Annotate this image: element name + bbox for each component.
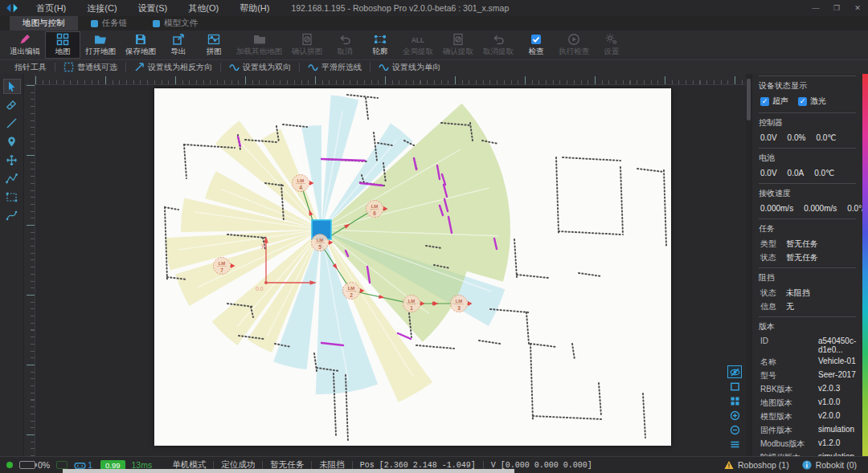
canvas-vertical-scrollbar[interactable] [746, 74, 751, 456]
maximize-button[interactable]: ❐ [826, 0, 847, 16]
info-label: 名称 [760, 357, 818, 368]
battery-percent: 0% [38, 460, 50, 470]
toolbar-button-确认提取[interactable]: 确认提取 [438, 31, 478, 59]
main-area: y0.0LM4LM6LM5LM7LM2LM1LM3 设备状态显示✓超声✓激光控制… [0, 74, 868, 456]
undo-icon [338, 33, 351, 46]
tool-line[interactable] [3, 116, 21, 131]
section-title: 阻挡 [759, 271, 856, 286]
tab-label: 模型文件 [164, 18, 198, 29]
values-row: 0.0V0.0%0.0℃ [759, 131, 856, 145]
info-value: Vehicle-01 [818, 357, 856, 368]
scrollbar-thumb[interactable] [747, 79, 751, 120]
info-value: 未阻挡 [786, 287, 856, 299]
folder-icon [253, 33, 266, 46]
tab-任务链[interactable]: 任务链 [78, 16, 141, 31]
toolbar-button-拼图[interactable]: 拼图 [196, 31, 231, 59]
tab-icon [91, 20, 98, 27]
svg-text:0.0: 0.0 [256, 286, 264, 292]
info-value: v1.0.0 [818, 398, 856, 409]
warning-icon [724, 460, 734, 470]
info-label: 模型版本 [760, 411, 818, 422]
view-eye-off-button[interactable] [727, 365, 742, 378]
map-svg[interactable]: y0.0LM4LM6LM5LM7LM2LM1LM3 [154, 88, 671, 446]
info-row-名称: 名称Vehicle-01 [759, 355, 856, 369]
map-canvas-area[interactable]: y0.0LM4LM6LM5LM7LM2LM1LM3 [24, 74, 751, 456]
tool-rect-select[interactable] [3, 190, 21, 205]
status-Roboshop (1)[interactable]: Roboshop (1) [724, 460, 789, 470]
tab-模型文件[interactable]: 模型文件 [140, 16, 211, 31]
tool-pointer[interactable] [3, 79, 21, 94]
checkbox-激光[interactable]: ✓激光 [798, 96, 826, 107]
toolbar-button-轮廓[interactable]: 轮廓 [362, 31, 398, 59]
checkbox-超声[interactable]: ✓超声 [760, 96, 788, 107]
toolbar-button-全局提取[interactable]: ALL全局提取 [398, 31, 438, 59]
svg-text:6: 6 [373, 210, 376, 216]
toolbar-button-取消[interactable]: 取消 [327, 31, 362, 59]
toolbar-button-加载其他地图[interactable]: 加载其他地图 [231, 31, 287, 59]
line-tool-设置线为单向[interactable]: 设置线为单向 [371, 60, 448, 75]
tool-eraser[interactable] [3, 97, 21, 112]
tool-move[interactable] [3, 153, 21, 168]
view-rect-button[interactable] [727, 380, 742, 393]
map-page[interactable]: y0.0LM4LM6LM5LM7LM2LM1LM3 [154, 88, 671, 446]
doc-check-icon [452, 33, 465, 46]
line-tool-label: 设置线为单向 [392, 62, 440, 73]
panel-section-任务: 任务类型暂无任务状态暂无任务 [759, 218, 856, 267]
value: 0.0℃ [816, 133, 836, 142]
view-lines-button[interactable] [727, 438, 742, 451]
info-row-固件版本: 固件版本simulation [759, 423, 856, 437]
line-tool-普通线可选[interactable]: 普通线可选 [55, 60, 125, 75]
toolbar-button-打开地图[interactable]: 打开地图 [80, 31, 121, 59]
tool-polyline[interactable] [3, 171, 21, 186]
horizontal-scrollbar[interactable] [63, 469, 514, 473]
menu-连接(C)[interactable]: 连接(C) [76, 0, 127, 16]
status-Robokit (0)[interactable]: Robokit (0) [802, 460, 857, 470]
status-item: V [0.000 0.000 0.000] [484, 461, 600, 470]
close-button[interactable]: ✕ [847, 0, 868, 16]
toolbar-button-退出编辑[interactable]: 退出编辑 [5, 31, 45, 59]
view-zoom-in-button[interactable] [727, 409, 742, 422]
edit-pen-icon [18, 33, 31, 46]
roboshop-window: 首页(H)连接(C)设置(S)其他(O)帮助(H) 192.168.1.195 … [0, 0, 868, 473]
menu-帮助(H)[interactable]: 帮助(H) [229, 0, 280, 16]
app-logo-icon [5, 3, 19, 13]
line-tool-设置线为双向[interactable]: 设置线为双向 [221, 60, 299, 75]
line-tool-设置线为相反方向[interactable]: 设置线为相反方向 [126, 60, 220, 75]
toolbar-button-检查[interactable]: 检查 [518, 31, 554, 59]
toolbar-button-确认拼图[interactable]: 确认拼图 [287, 31, 327, 59]
tool-pin[interactable] [3, 134, 21, 149]
info-label: Modbus版本 [760, 438, 818, 450]
line-tool-label: 指针工具 [14, 62, 47, 73]
svg-text:3: 3 [457, 305, 461, 311]
toolbar-button-取消提取[interactable]: 取消提取 [478, 31, 518, 59]
line-tool-指针工具[interactable]: 指针工具 [6, 60, 55, 75]
tool-curve[interactable] [3, 208, 21, 223]
checkbox-icon: ✓ [798, 97, 807, 106]
save-icon [134, 33, 147, 46]
menu-设置(S)[interactable]: 设置(S) [128, 0, 178, 16]
toolbar-button-设置[interactable]: 设置 [594, 31, 629, 59]
toolbar-button-地图[interactable]: 地图 [45, 31, 80, 59]
view-zoom-out-button[interactable] [727, 423, 742, 436]
value: 0.000m/s [760, 204, 793, 213]
line-tool-平滑所选线[interactable]: 平滑所选线 [300, 60, 370, 75]
all-icon: ALL [411, 33, 424, 46]
view-grid4-button[interactable] [727, 394, 742, 407]
svg-text:2: 2 [350, 292, 353, 298]
menu-首页(H)[interactable]: 首页(H) [26, 0, 76, 16]
toolbar-button-label: 全局提取 [403, 47, 433, 57]
minimize-button[interactable]: — [805, 0, 826, 16]
undo-icon [492, 33, 505, 46]
info-label: 信息 [760, 301, 786, 312]
tab-地图与控制[interactable]: 地图与控制 [10, 16, 78, 31]
toolbar-button-导出[interactable]: 导出 [161, 31, 196, 59]
info-value: a540450c-d1e0... [818, 336, 856, 354]
menu-其他(O)[interactable]: 其他(O) [178, 0, 229, 16]
info-label: 类型 [760, 239, 786, 250]
toolbar-button-保存地图[interactable]: 保存地图 [121, 31, 161, 59]
arrow-flag-icon [134, 62, 145, 72]
toolbar-button-执行检查[interactable]: 执行检查 [554, 31, 594, 59]
info-row-地图版本: 地图版本v1.0.0 [759, 396, 856, 410]
info-label: RBK版本 [760, 384, 818, 395]
toolbar-button-label: 导出 [171, 47, 186, 57]
